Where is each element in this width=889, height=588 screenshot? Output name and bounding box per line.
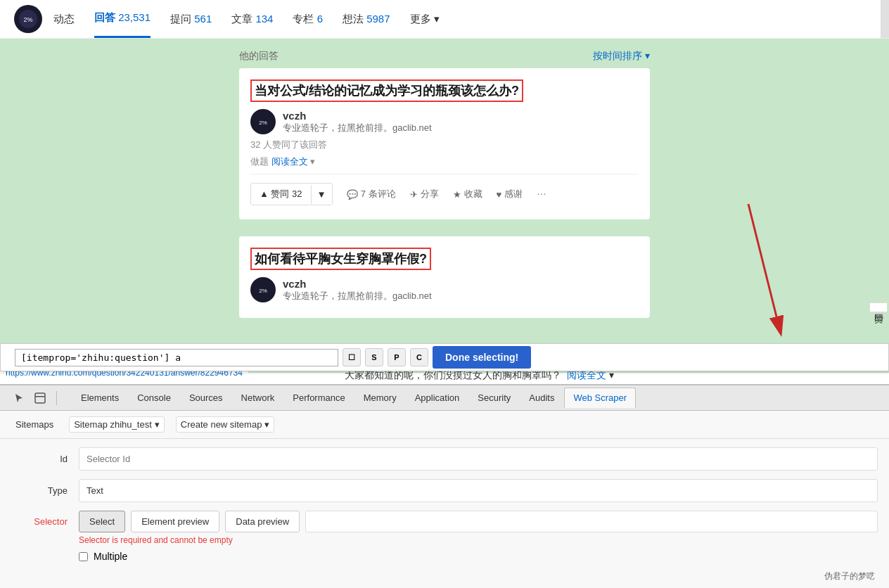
read-more-link-1[interactable]: 阅读全文 [271,156,308,167]
tab-web-scraper[interactable]: Web Scraper [564,388,636,408]
nav-logo: 2% [14,5,42,33]
selector-input[interactable] [15,349,338,366]
divider-1 [56,391,57,405]
page-scrollbar[interactable] [881,0,889,38]
devtools-panel: Elements Console Sources Network Perform… [0,384,889,588]
answer-block-1: 当对公式/结论的记忆成为学习的瓶颈该怎么办? 2% vczh 专业造轮子，拉黑抢… [239,68,650,219]
create-sitemap-arrow: ▾ [264,419,269,430]
multiple-label: Multiple [94,551,127,562]
nav-item-huida[interactable]: 回答 23,531 [94,0,151,38]
sitemap-bar: Sitemaps Sitemap zhihu_test ▾ Create new… [0,411,889,439]
select-button[interactable]: Select [79,511,125,532]
id-row: Id [11,447,878,471]
create-sitemap-label: Create new sitemap [181,419,262,430]
tab-security[interactable]: Security [469,388,519,407]
comment-link-1[interactable]: 💬 7 条评论 [347,188,396,200]
sitemap-name: Sitemap zhihu_test [74,419,152,430]
svg-text:2%: 2% [259,288,267,294]
btn-s[interactable]: S [365,348,383,366]
selector-row: Selector Select Element preview Data pre… [11,511,878,532]
sort-label[interactable]: 按时间排序 ▾ [593,50,650,63]
sitemap-dropdown-arrow: ▾ [155,419,160,430]
form-area: Id Type Text Selector Select Element pre… [0,439,889,570]
multiple-checkbox[interactable] [79,552,88,561]
create-sitemap-dropdown[interactable]: Create new sitemap ▾ [176,416,275,433]
tab-application[interactable]: Application [407,388,468,407]
sitemap-dropdown[interactable]: Sitemap zhihu_test ▾ [69,416,165,433]
user-bio-1: 专业造轮子，拉黑抢前排。gaclib.net [283,122,432,134]
cursor-icon[interactable] [11,390,27,406]
id-input[interactable] [79,447,878,471]
user-row-2: 2% vczh 专业造轮子，拉黑抢前排。gaclib.net [250,277,639,302]
svg-text:2%: 2% [23,16,32,23]
nav-item-xiangfa[interactable]: 想法 5987 [343,1,390,37]
selector-bar: ☐ S P C Done selecting! [0,343,889,371]
devtools-icons [6,390,65,406]
nav-items: 动态 回答 23,531 提问 561 文章 134 专栏 6 想法 5987 … [53,0,440,38]
element-preview-button[interactable]: Element preview [131,511,219,532]
nav-item-dongtai[interactable]: 动态 [53,1,75,37]
right-label-1[interactable]: 赞曰 [869,302,888,312]
svg-rect-9 [35,393,45,403]
devtools-body: Sitemaps Sitemap zhihu_test ▾ Create new… [0,411,889,570]
tab-console[interactable]: Console [129,388,179,407]
btn-p[interactable]: P [388,348,406,366]
section-title-bar: 他的回答 按时间排序 ▾ [239,44,650,68]
read-more-1: 做题 阅读全文 ▾ [250,155,639,168]
nav-item-tiwen[interactable]: 提问 561 [170,1,212,37]
devtools-tabs: Elements Console Sources Network Perform… [0,385,889,411]
user-info-1: vczh 专业造轮子，拉黑抢前排。gaclib.net [283,110,432,134]
tab-sources[interactable]: Sources [181,388,231,407]
panel-icon[interactable] [32,390,48,406]
user-name-1: vczh [283,110,432,122]
tab-performance[interactable]: Performance [284,388,353,407]
user-bio-2: 专业造轮子，拉黑抢前排。gaclib.net [283,290,432,302]
answer-block-2: 如何看待平胸女生穿胸罩作假? 2% vczh 专业造轮子，拉黑抢前排。gacli… [239,236,650,318]
btn-c[interactable]: C [410,348,428,366]
tab-elements[interactable]: Elements [72,388,127,407]
tab-audits[interactable]: Audits [520,388,563,407]
like-dropdown-btn[interactable]: ▼ [311,185,332,204]
nav-item-more[interactable]: 更多 ▾ [410,1,440,37]
collect-link-1[interactable]: ★ 收藏 [453,188,482,200]
nav-item-zhuanlan[interactable]: 专栏 6 [293,1,323,37]
id-label: Id [11,454,68,464]
multiple-row: Multiple [79,551,878,562]
share-link-1[interactable]: ✈ 分享 [410,188,439,200]
checkbox-mini[interactable]: ☐ [343,348,361,366]
top-nav: 2% 动态 回答 23,531 提问 561 文章 134 专栏 6 想法 59… [0,0,889,39]
svg-text:2%: 2% [259,120,267,126]
selector-buttons-row: Select Element preview Data preview [79,511,878,532]
selector-error-text: Selector is required and cannot be empty [79,535,878,545]
user-info-2: vczh 专业造轮子，拉黑抢前排。gaclib.net [283,278,432,302]
avatar-2: 2% [250,277,276,302]
question-title-2[interactable]: 如何看待平胸女生穿胸罩作假? [250,248,431,270]
section-title: 他的回答 [239,50,279,63]
likes-text-1: 32 人赞同了该回答 [250,139,639,151]
sitemaps-btn[interactable]: Sitemaps [11,417,58,432]
footer-text: 伪君子的梦呓 [824,570,875,582]
like-main-btn[interactable]: ▲ 赞同 32 [251,184,311,205]
action-bar-1: ▲ 赞同 32 ▼ 💬 7 条评论 ✈ 分享 ★ 收藏 ♥ 感谢 [250,174,639,208]
page-content: 2% 动态 回答 23,531 提问 561 文章 134 专栏 6 想法 59… [0,0,889,373]
avatar-1: 2% [250,109,276,134]
like-button-1[interactable]: ▲ 赞同 32 ▼ [250,183,333,205]
user-name-2: vczh [283,278,432,290]
done-selecting-button[interactable]: Done selecting! [433,346,531,369]
svg-rect-10 [35,396,45,397]
more-actions-1[interactable]: ··· [537,188,546,200]
selector-value-input[interactable] [305,511,878,532]
data-preview-button[interactable]: Data preview [225,511,300,532]
type-row: Type Text [11,479,878,502]
type-select[interactable]: Text [79,479,878,502]
tab-memory[interactable]: Memory [355,388,405,407]
user-row-1: 2% vczh 专业造轮子，拉黑抢前排。gaclib.net [250,109,639,134]
thanks-link-1[interactable]: ♥ 感谢 [497,188,523,200]
type-label: Type [11,485,68,496]
selector-label: Selector [11,516,68,527]
tab-network[interactable]: Network [233,388,283,407]
nav-item-wenzhang[interactable]: 文章 134 [231,1,273,37]
question-title-1[interactable]: 当对公式/结论的记忆成为学习的瓶颈该怎么办? [250,79,523,102]
